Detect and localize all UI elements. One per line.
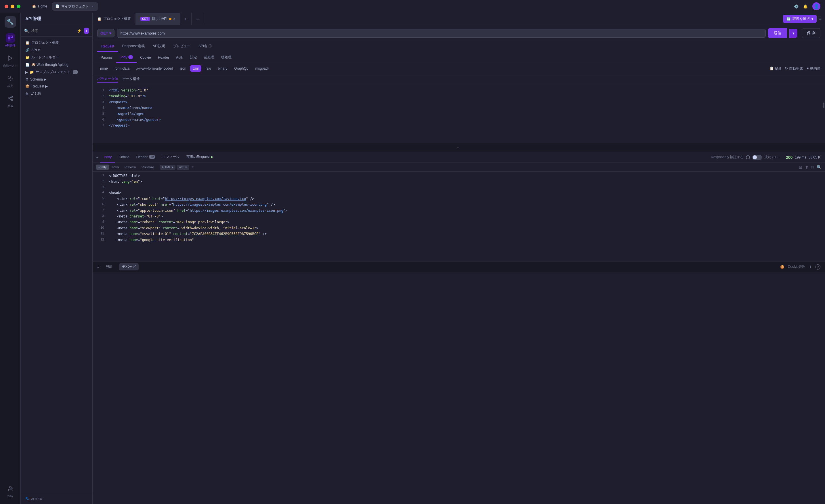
fmt-urlencoded[interactable]: x-www-form-urlencoded	[134, 65, 176, 72]
validate-radio[interactable]	[746, 155, 750, 159]
settings-icon[interactable]: ⚙️	[794, 4, 799, 9]
export-icon[interactable]: ⬆	[805, 165, 809, 169]
resp-fmt-visualize[interactable]: Visualize	[139, 164, 156, 170]
root-folder-label: ルートフォルダー	[31, 55, 59, 60]
minimize-button[interactable]	[11, 5, 14, 8]
fmt-binary[interactable]: binary	[215, 65, 230, 72]
line-num-5: 5	[97, 111, 104, 117]
close-button[interactable]	[5, 5, 8, 8]
fmt-json[interactable]: json	[177, 65, 189, 72]
tab-cookie[interactable]: Cookie	[137, 52, 154, 63]
tab-header[interactable]: Header	[154, 52, 172, 63]
env-selector[interactable]: 🔄 環境を選択 ▾	[783, 15, 817, 23]
filter-icon[interactable]: ⚡	[77, 28, 82, 33]
tab-api-desc[interactable]: API説明	[149, 41, 169, 52]
design-tab[interactable]: 設計	[103, 263, 116, 270]
debug-tab[interactable]: デバッグ	[119, 263, 139, 270]
resp-code-2: <html lang="en">	[109, 178, 142, 185]
expand-button[interactable]: «	[97, 265, 99, 269]
tab-request[interactable]: Request	[97, 41, 118, 52]
html-format-selector[interactable]: HTML ▾	[160, 165, 176, 170]
collapse-icon[interactable]: ▾	[94, 155, 100, 160]
fmt-form-data[interactable]: form-data	[112, 65, 132, 72]
share-icon	[6, 94, 15, 103]
resp-tab-console[interactable]: コンソール	[159, 152, 183, 162]
data-tab-params[interactable]: パラメータ値	[97, 76, 118, 83]
tab-response-def[interactable]: Response定義	[118, 41, 149, 52]
tab-settings[interactable]: 設定	[187, 52, 201, 63]
validate-toggle[interactable]	[752, 155, 762, 160]
send-dropdown-button[interactable]: ▾	[789, 29, 798, 38]
tab-auth[interactable]: Auth	[172, 52, 187, 63]
send-button[interactable]: 送信	[768, 28, 787, 38]
nav-item-trash[interactable]: 🗑 ゴミ箱	[21, 90, 92, 97]
project-tab[interactable]: 📄 マイプロジェクト ×	[52, 2, 98, 11]
sample-project-label: サンプルプロジェクト	[36, 70, 70, 74]
method-selector[interactable]: GET ▾	[97, 29, 115, 38]
tab-close-button[interactable]: ×	[91, 4, 95, 8]
fmt-raw[interactable]: raw	[203, 65, 214, 72]
tab-preview[interactable]: プレビュー	[169, 41, 195, 52]
tab-close-icon[interactable]: ×	[173, 17, 175, 21]
fmt-msgpack[interactable]: msgpack	[252, 65, 272, 72]
format-action-dynamic[interactable]: ✦ 動的値	[806, 66, 820, 71]
nav-item-api[interactable]: 🔗 API ▾	[21, 47, 92, 54]
add-tab-button[interactable]: +	[180, 13, 192, 25]
copy-icon[interactable]: ⎘	[812, 165, 814, 169]
sidebar-item-autotest[interactable]: 自動テスト	[0, 51, 20, 70]
resp-fmt-raw[interactable]: Raw	[110, 164, 121, 170]
share-bottom-icon[interactable]: ⬆	[809, 265, 812, 269]
extract-icon[interactable]: ⊡	[799, 165, 802, 169]
folder2-icon: 📁	[29, 70, 34, 74]
api-request-tab[interactable]: GET 新しいAPI ×	[136, 13, 180, 25]
panel-divider[interactable]: ···	[93, 143, 825, 152]
schema-icon: ⚙	[25, 77, 28, 81]
add-button[interactable]: +	[84, 27, 89, 34]
format-action-align[interactable]: 📋 整形	[769, 66, 781, 71]
home-tab[interactable]: 🏠 Home	[28, 2, 51, 11]
search-input[interactable]	[31, 29, 75, 33]
code-line-3: 3 <request>	[93, 99, 825, 105]
nav-item-root-folder[interactable]: 📁 ルートフォルダー	[21, 54, 92, 61]
resp-fmt-preview[interactable]: Preview	[122, 164, 138, 170]
fmt-graphql[interactable]: GraphQL	[231, 65, 251, 72]
url-input[interactable]	[117, 29, 766, 38]
resp-tab-body[interactable]: Body	[100, 152, 115, 162]
more-tabs-button[interactable]: ···	[192, 13, 204, 25]
filter-icon-resp[interactable]: ≡	[192, 165, 194, 169]
resp-tab-header[interactable]: Header 19	[133, 152, 159, 162]
format-action-autogen[interactable]: ↻ 自動生成	[785, 66, 803, 71]
data-tab-structure[interactable]: データ構造	[123, 76, 140, 83]
tab-pre-process[interactable]: 前処理	[201, 52, 218, 63]
sidebar-item-settings[interactable]: 設定	[0, 71, 20, 90]
tab-params[interactable]: Params	[97, 52, 116, 63]
project-overview-tab[interactable]: 📋 プロジェクト概要	[93, 13, 136, 25]
tab-body[interactable]: Body 1	[116, 52, 137, 63]
sidebar-item-invite[interactable]: 招待	[0, 482, 20, 501]
nav-item-request[interactable]: 📦 Request ▶	[21, 83, 92, 90]
nav-item-sample-project[interactable]: ▶ 📁 サンプルプロジェクト 5	[21, 68, 92, 76]
search-resp-icon[interactable]: 🔍	[817, 165, 822, 169]
tab-api-name[interactable]: API名 ⓘ	[195, 41, 216, 52]
maximize-button[interactable]	[17, 5, 20, 8]
notification-icon[interactable]: 🔔	[803, 4, 808, 9]
sidebar-item-share[interactable]: 共有	[0, 91, 20, 111]
resp-tab-cookie[interactable]: Cookie	[115, 152, 133, 162]
nav-item-walk-through[interactable]: 📄 🐶 Walk through Apidog	[21, 61, 92, 68]
resp-tab-actual-request[interactable]: 実際のRequest	[183, 152, 216, 162]
fmt-xml[interactable]: xml	[190, 65, 201, 72]
nav-item-overview[interactable]: 📋 プロジェクト概要	[21, 39, 92, 47]
main-menu-button[interactable]: ≡	[819, 16, 822, 21]
code-line-5: 5 <age>18</age>	[93, 111, 825, 117]
tab-post-process[interactable]: 後処理	[218, 52, 235, 63]
help-icon[interactable]: ?	[815, 264, 820, 270]
fmt-none[interactable]: none	[97, 65, 111, 72]
save-button[interactable]: 保 存	[802, 28, 820, 38]
encoding-selector[interactable]: utf8 ▾	[177, 165, 189, 170]
sidebar-item-api[interactable]: API管理	[0, 31, 20, 50]
topbar-actions: 🔄 環境を選択 ▾ ≡	[779, 15, 825, 23]
avatar[interactable]: 👤	[812, 2, 820, 10]
nav-item-schema[interactable]: ⚙ Schema ▶	[21, 76, 92, 83]
cookie-mgr-label[interactable]: Cookie管理	[788, 264, 806, 269]
resp-fmt-pretty[interactable]: Pretty	[96, 164, 109, 170]
